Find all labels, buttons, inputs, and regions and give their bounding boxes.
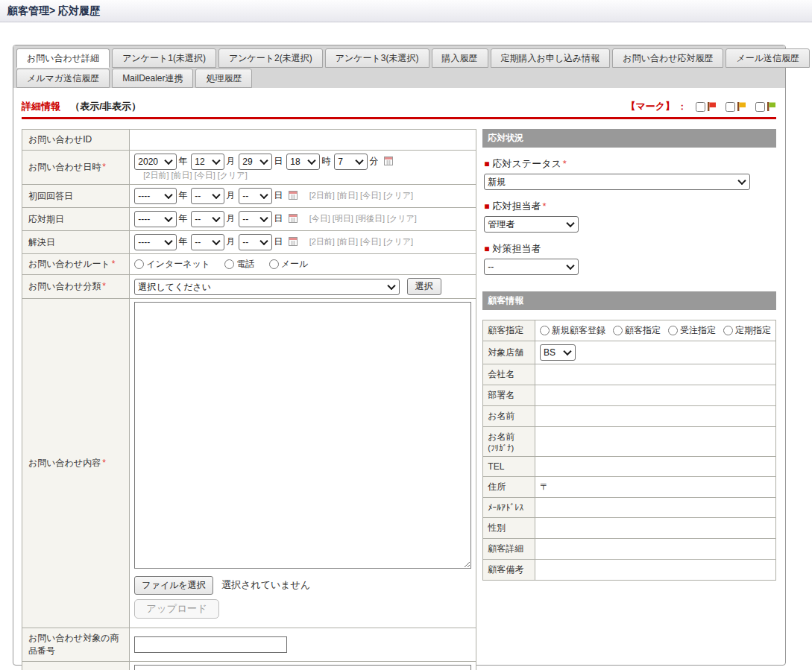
file-select-button[interactable]: ファイルを選択 — [134, 576, 213, 595]
inquiry-hour-select[interactable]: 18 — [286, 154, 320, 170]
due-day-select[interactable]: -- — [239, 211, 272, 227]
customer-info-table: 顧客指定 新規顧客登録顧客指定受注指定定期指定 対象店舗 BS 会社名 — [482, 320, 776, 581]
category-select-button[interactable]: 選択 — [407, 278, 441, 295]
table-row: お問い合わせ分類* 選択してください 選択 — [22, 275, 476, 299]
designation-order-option[interactable]: 受注指定 — [668, 324, 716, 337]
tab-mail-send-history[interactable]: メール送信履歴 — [726, 48, 810, 68]
route-phone-option[interactable]: 電話 — [224, 258, 254, 271]
shortcut-link[interactable]: [今日] — [309, 214, 330, 223]
resolved-day-select[interactable]: -- — [239, 234, 272, 250]
calendar-icon[interactable] — [384, 157, 393, 168]
tab-inquiry-detail[interactable]: お問い合わせ詳細 — [16, 48, 110, 68]
calendar-icon[interactable] — [289, 191, 298, 202]
mark-green[interactable] — [755, 101, 776, 112]
tab-survey1[interactable]: アンケート1(未選択) — [112, 48, 216, 68]
shortcut-link[interactable]: [クリア] — [383, 237, 413, 246]
tab-melmaga-send-history[interactable]: メルマガ送信履歴 — [16, 69, 110, 88]
route-mail-option[interactable]: メール — [269, 258, 309, 271]
mark-green-checkbox[interactable] — [755, 102, 765, 112]
shortcut-link[interactable]: [クリア] — [383, 191, 413, 200]
designation-subscription-option[interactable]: 定期指定 — [723, 324, 771, 337]
route-phone-radio[interactable] — [224, 259, 234, 269]
shortcut-link[interactable]: [明後日] — [356, 214, 385, 223]
shortcut-link[interactable]: [前日] — [337, 191, 358, 200]
tel-value — [535, 457, 776, 477]
memo-textarea[interactable] — [134, 665, 471, 670]
designation-customer-radio[interactable] — [613, 326, 623, 335]
mark-red-checkbox[interactable] — [696, 102, 705, 112]
target-store-label: 対象店舗 — [483, 341, 535, 364]
breadcrumb-text: 顧客管理> 応対履歴 — [7, 4, 100, 16]
file-status-text: 選択されていません — [221, 579, 310, 590]
detail-visibility-toggle[interactable]: （表示/非表示） — [70, 101, 141, 112]
memo-label: ひとことメモ — [22, 662, 130, 670]
shortcut-link[interactable]: [前日] — [337, 237, 358, 246]
date-shortcuts: [2日前][前日][今日][クリア] — [309, 191, 415, 200]
gender-label: 性別 — [483, 518, 535, 539]
inquiry-datetime-label: お問い合わせ日時* — [22, 151, 130, 185]
upload-button[interactable]: アップロード — [134, 599, 219, 619]
tab-survey3[interactable]: アンケート3(未選択) — [325, 48, 429, 68]
first-reply-month-select[interactable]: -- — [191, 188, 224, 204]
shortcut-link[interactable]: [クリア] — [387, 214, 417, 223]
countermeasure-select[interactable]: -- — [484, 259, 579, 275]
inquiry-content-textarea[interactable] — [134, 302, 471, 569]
response-status-select[interactable]: 新規 — [484, 174, 750, 190]
date-shortcuts: [2日前][前日][今日][クリア] — [309, 237, 415, 246]
shortcut-link[interactable]: [今日] — [360, 191, 381, 200]
product-number-input[interactable] — [134, 636, 287, 653]
customer-designation-options: 新規顧客登録顧客指定受注指定定期指定 — [535, 320, 776, 341]
mark-red[interactable] — [696, 101, 717, 112]
mark-yellow-checkbox[interactable] — [726, 102, 735, 112]
shortcut-link[interactable]: [今日] — [360, 237, 381, 246]
inquiry-route-options: インターネット 電話 メール — [130, 254, 476, 275]
mark-yellow[interactable] — [726, 101, 746, 112]
inquiry-category-select[interactable]: 選択してください — [134, 279, 400, 295]
tab-maildealer-link[interactable]: MailDealer連携 — [112, 69, 193, 88]
designation-new-radio[interactable] — [540, 326, 550, 335]
gender-value — [535, 518, 776, 539]
tab-subscription-info[interactable]: 定期購入お申し込み情報 — [491, 48, 611, 68]
due-year-select[interactable]: ---- — [134, 211, 177, 227]
route-internet-option[interactable]: インターネット — [134, 258, 210, 271]
inquiry-minute-select[interactable]: 7 — [334, 154, 368, 170]
shortcut-link[interactable]: [2日前] — [309, 237, 335, 246]
designation-new-option[interactable]: 新規顧客登録 — [540, 324, 605, 337]
designation-order-radio[interactable] — [668, 326, 678, 335]
target-store-select[interactable]: BS — [540, 344, 576, 361]
due-month-select[interactable]: -- — [191, 211, 224, 227]
response-status-header: 応対状況 — [482, 129, 776, 148]
shortcut-link[interactable]: [2日前] — [143, 171, 169, 180]
route-mail-radio[interactable] — [269, 259, 279, 269]
inquiry-year-select[interactable]: 2020 — [134, 154, 177, 170]
first-reply-day-select[interactable]: -- — [239, 188, 272, 204]
inquiry-day-select[interactable]: 29 — [239, 154, 272, 170]
shortcut-link[interactable]: [2日前] — [309, 191, 335, 200]
response-status-field: ■応対ステータス* 新規 — [484, 157, 775, 190]
date-shortcuts: [2日前][前日][今日][クリア] — [143, 171, 249, 180]
tab-inquiry-response-history[interactable]: お問い合わせ応対履歴 — [612, 48, 723, 68]
shortcut-link[interactable]: [クリア] — [218, 171, 248, 180]
table-row: 顧客詳細 — [483, 539, 776, 560]
table-row: ひとことメモ — [22, 662, 476, 670]
shortcut-link[interactable]: [前日] — [171, 171, 192, 180]
tab-survey2[interactable]: アンケート2(未選択) — [218, 48, 323, 68]
department-value — [535, 385, 776, 406]
route-internet-radio[interactable] — [134, 259, 144, 269]
shortcut-link[interactable]: [今日] — [195, 171, 215, 180]
calendar-icon[interactable] — [289, 214, 298, 225]
calendar-icon[interactable] — [289, 237, 298, 248]
tab-purchase-history[interactable]: 購入履歴 — [432, 48, 488, 68]
inquiry-month-select[interactable]: 12 — [191, 154, 224, 170]
response-handler-select[interactable]: 管理者 — [484, 216, 579, 233]
resolved-year-select[interactable]: ---- — [134, 234, 177, 250]
designation-customer-option[interactable]: 顧客指定 — [613, 324, 661, 337]
designation-subscription-radio[interactable] — [723, 326, 733, 335]
customer-note-value — [535, 560, 776, 581]
first-reply-year-select[interactable]: ---- — [134, 188, 177, 204]
tab-process-history[interactable]: 処理履歴 — [195, 69, 252, 88]
countermeasure-field: ■対策担当者 -- — [484, 242, 775, 275]
square-bullet-icon: ■ — [484, 159, 489, 169]
resolved-month-select[interactable]: -- — [191, 234, 224, 250]
shortcut-link[interactable]: [明日] — [333, 214, 353, 223]
